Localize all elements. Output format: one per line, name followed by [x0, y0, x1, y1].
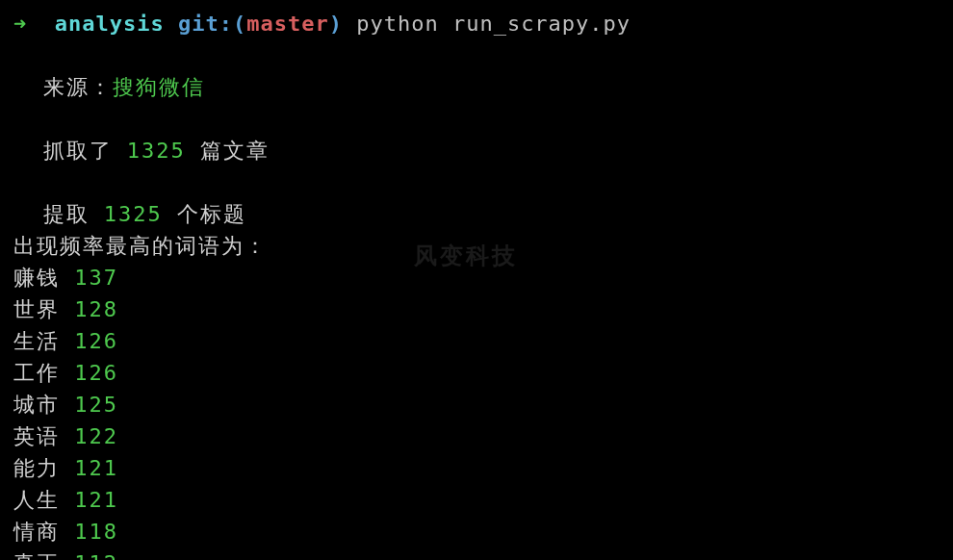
word-term: 世界 [13, 297, 60, 321]
word-count: 126 [74, 361, 118, 385]
word-row: 世界 128 [13, 293, 940, 325]
fetched-count: 1325 [127, 139, 186, 163]
word-count: 128 [74, 297, 118, 321]
word-term: 城市 [13, 393, 60, 417]
extracted-count: 1325 [104, 202, 163, 226]
shell-prompt[interactable]: ➜ analysis git:(master) python run_scrap… [13, 8, 940, 39]
extracted-suffix: 个标题 [177, 202, 246, 226]
word-row: 能力 121 [13, 452, 940, 484]
source-value: 搜狗微信 [113, 75, 205, 99]
word-row: 真正 112 [13, 547, 940, 560]
fetched-line: 抓取了 1325 篇文章 [13, 103, 940, 166]
extracted-prefix: 提取 [43, 202, 90, 226]
word-term: 能力 [13, 456, 60, 480]
word-term: 情商 [13, 520, 60, 544]
word-count: 121 [74, 456, 118, 480]
extracted-line: 提取 1325 个标题 [13, 166, 940, 230]
word-row: 英语 122 [13, 420, 940, 452]
command-text: python run_scrapy.py [356, 8, 631, 39]
git-prefix: git:( [178, 8, 246, 39]
word-term: 赚钱 [13, 266, 60, 290]
word-count: 126 [74, 329, 118, 353]
word-row: 情商 118 [13, 516, 940, 547]
prompt-arrow-icon: ➜ [13, 8, 27, 39]
word-term: 英语 [13, 424, 60, 448]
word-row: 生活 126 [13, 325, 940, 357]
word-count: 118 [74, 520, 118, 544]
word-count: 137 [74, 266, 118, 290]
git-suffix: ) [329, 8, 343, 39]
word-term: 真正 [13, 551, 60, 560]
word-frequency-list: 赚钱 137世界 128生活 126工作 126城市 125英语 122能力 1… [13, 262, 940, 560]
word-count: 112 [74, 551, 118, 560]
source-label: 来源： [43, 75, 113, 99]
word-count: 125 [74, 393, 118, 417]
word-row: 工作 126 [13, 357, 940, 389]
word-row: 赚钱 137 [13, 262, 940, 293]
word-term: 生活 [13, 329, 60, 353]
fetched-prefix: 抓取了 [43, 139, 113, 163]
fetched-suffix: 篇文章 [200, 139, 270, 163]
word-count: 121 [74, 488, 118, 512]
git-branch-name: master [246, 8, 328, 39]
word-row: 人生 121 [13, 484, 940, 516]
word-count: 122 [74, 424, 118, 448]
word-term: 工作 [13, 361, 60, 385]
word-row: 城市 125 [13, 389, 940, 420]
frequency-header: 出现频率最高的词语为： [13, 230, 940, 262]
prompt-directory: analysis [55, 8, 165, 39]
source-line: 来源：搜狗微信 [13, 39, 940, 103]
word-term: 人生 [13, 488, 60, 512]
